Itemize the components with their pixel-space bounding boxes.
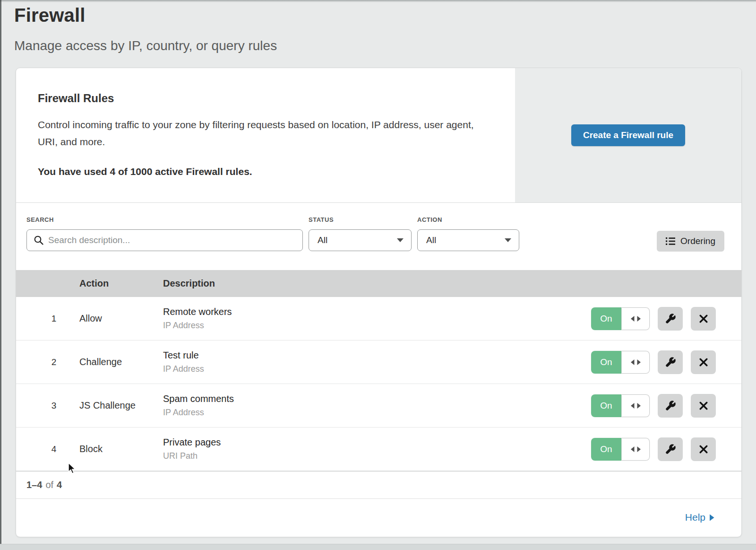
wrench-icon — [665, 313, 676, 324]
search-filter-group: SEARCH — [26, 216, 303, 251]
wrench-icon — [665, 444, 676, 455]
close-icon — [699, 358, 708, 367]
rule-controls: On — [566, 307, 741, 331]
rule-description-cell: Remote workers IP Address — [163, 306, 566, 331]
rule-priority: 1 — [16, 314, 79, 324]
rule-match-field: URI Path — [163, 451, 566, 461]
filters-bar: SEARCH STATUS All ACTION All — [16, 203, 741, 270]
toggle-handle[interactable] — [621, 438, 650, 461]
overview-section: Firewall Rules Control incoming traffic … — [16, 68, 741, 203]
wrench-icon — [665, 400, 676, 411]
rule-action: Block — [79, 444, 163, 454]
edit-rule-button[interactable] — [658, 350, 683, 374]
rule-enabled-toggle[interactable]: On — [591, 351, 650, 374]
window-edge-top — [0, 0, 756, 2]
rule-enabled-toggle[interactable]: On — [591, 394, 650, 417]
delete-rule-button[interactable] — [691, 394, 716, 418]
search-input[interactable] — [26, 229, 303, 251]
pagination-range: 1–4 — [26, 480, 42, 490]
toggle-handle[interactable] — [621, 394, 650, 417]
rule-match-field: IP Address — [163, 408, 566, 418]
overview-text: Firewall Rules Control incoming traffic … — [16, 68, 515, 202]
rule-controls: On — [566, 437, 741, 461]
overview-aside: Create a Firewall rule — [515, 68, 741, 202]
delete-rule-button[interactable] — [691, 307, 716, 331]
create-firewall-rule-button[interactable]: Create a Firewall rule — [571, 124, 685, 146]
help-link-label: Help — [685, 512, 705, 523]
rule-description-cell: Test rule IP Address — [163, 350, 566, 374]
firewall-rule-row: 1 Allow Remote workers IP Address On — [16, 297, 741, 340]
toggle-handle[interactable] — [621, 307, 650, 330]
status-select-value: All — [318, 235, 327, 245]
rules-usage-count: You have used 4 of 1000 active Firewall … — [38, 166, 496, 177]
rule-description: Spam comments — [163, 393, 566, 404]
ordering-button[interactable]: Ordering — [657, 231, 724, 252]
help-link[interactable]: Help — [685, 512, 714, 523]
page-header: Firewall Manage access by IP, country, o… — [14, 5, 277, 53]
action-filter-group: ACTION All — [417, 216, 519, 251]
status-filter-group: STATUS All — [309, 216, 412, 251]
rule-controls: On — [566, 350, 741, 374]
ordered-list-icon — [666, 237, 675, 245]
page-subtitle: Manage access by IP, country, or query r… — [14, 38, 277, 53]
rule-action: JS Challenge — [79, 400, 163, 411]
toggle-on-label: On — [591, 438, 621, 461]
status-label: STATUS — [309, 216, 412, 223]
search-box — [26, 229, 303, 251]
rule-match-field: IP Address — [163, 321, 566, 331]
card-footer: Help — [16, 498, 741, 536]
pagination-of: of — [45, 480, 53, 490]
delete-rule-button[interactable] — [691, 350, 716, 374]
search-icon — [34, 235, 44, 245]
rule-priority: 4 — [16, 444, 79, 454]
left-right-arrows-icon — [631, 403, 641, 409]
ordering-button-label: Ordering — [680, 236, 715, 246]
rule-priority: 2 — [16, 357, 79, 367]
page-title: Firewall — [14, 5, 277, 26]
rule-enabled-toggle[interactable]: On — [591, 307, 650, 330]
description-column-header: Description — [163, 278, 566, 289]
toggle-on-label: On — [591, 394, 621, 417]
rule-description: Test rule — [163, 350, 566, 361]
rule-description: Remote workers — [163, 306, 566, 317]
wrench-icon — [665, 357, 676, 368]
rule-action: Allow — [79, 313, 163, 324]
rule-description-cell: Spam comments IP Address — [163, 393, 566, 418]
rule-enabled-toggle[interactable]: On — [591, 438, 650, 461]
edit-rule-button[interactable] — [658, 307, 683, 331]
toggle-on-label: On — [591, 351, 621, 374]
window-edge-bottom — [0, 544, 756, 550]
table-header: Action Description — [16, 270, 741, 297]
rule-action: Challenge — [79, 357, 163, 367]
chevron-down-icon — [505, 238, 511, 243]
firewall-rules-card: Firewall Rules Control incoming traffic … — [16, 68, 742, 537]
action-select-value: All — [426, 235, 436, 245]
rule-description-cell: Private pages URI Path — [163, 437, 566, 461]
window-edge-left — [0, 0, 1, 550]
toggle-on-label: On — [591, 307, 621, 330]
left-right-arrows-icon — [631, 359, 641, 365]
pagination-total: 4 — [57, 480, 62, 490]
arrow-right-icon — [710, 514, 714, 521]
search-label: SEARCH — [26, 216, 303, 223]
status-select[interactable]: All — [309, 229, 412, 251]
rule-priority: 3 — [16, 401, 79, 411]
delete-rule-button[interactable] — [691, 437, 716, 461]
rule-match-field: IP Address — [163, 364, 566, 374]
firewall-rule-row: 2 Challenge Test rule IP Address On — [16, 340, 741, 384]
action-select[interactable]: All — [417, 229, 519, 251]
action-label: ACTION — [417, 216, 519, 223]
rule-description: Private pages — [163, 437, 566, 448]
pagination: 1–4 of 4 — [16, 471, 741, 498]
edit-rule-button[interactable] — [658, 437, 683, 461]
rule-controls: On — [566, 394, 741, 418]
edit-rule-button[interactable] — [658, 394, 683, 418]
close-icon — [699, 314, 708, 323]
firewall-rule-row: 4 Block Private pages URI Path On — [16, 428, 741, 471]
firewall-rule-row: 3 JS Challenge Spam comments IP Address … — [16, 384, 741, 428]
action-column-header: Action — [79, 278, 163, 289]
left-right-arrows-icon — [631, 316, 641, 322]
overview-heading: Firewall Rules — [38, 92, 496, 105]
toggle-handle[interactable] — [621, 351, 650, 374]
close-icon — [699, 401, 708, 410]
